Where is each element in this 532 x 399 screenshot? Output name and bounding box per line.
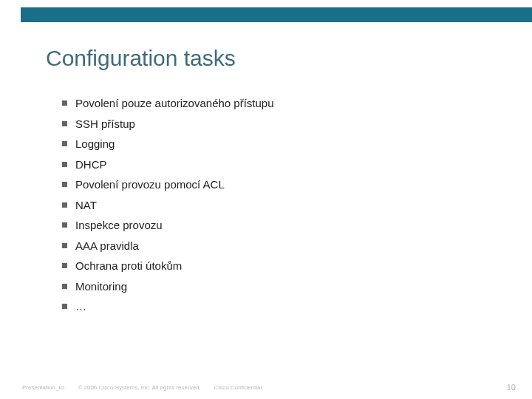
list-item: Povolení provozu pomocí ACL: [62, 179, 488, 190]
bullet-list: Povolení pouze autorizovaného přístupu S…: [62, 98, 488, 321]
list-item: AAA pravidla: [62, 240, 488, 251]
list-item: DHCP: [62, 159, 488, 170]
list-item: Inspekce provozu: [62, 219, 488, 231]
list-item: SSH přístup: [62, 118, 488, 129]
list-item: Logging: [62, 138, 488, 149]
list-item: Monitoring: [62, 281, 488, 292]
top-bar: [21, 7, 532, 22]
presentation-id: Presentation_ID: [22, 384, 64, 391]
slide: Configuration tasks Povolení pouze autor…: [0, 0, 532, 399]
list-item: Ochrana proti útokům: [62, 260, 488, 271]
page-number: 10: [507, 383, 516, 392]
list-item: NAT: [62, 200, 488, 211]
list-item: Povolení pouze autorizovaného přístupu: [62, 98, 488, 109]
list-item: …: [62, 301, 488, 312]
footer: Presentation_ID © 2006 Cisco Systems, In…: [0, 383, 532, 392]
slide-title: Configuration tasks: [46, 46, 236, 71]
confidential-text: Cisco Confidential: [214, 384, 262, 391]
copyright-text: © 2006 Cisco Systems, Inc. All rights re…: [78, 384, 200, 391]
